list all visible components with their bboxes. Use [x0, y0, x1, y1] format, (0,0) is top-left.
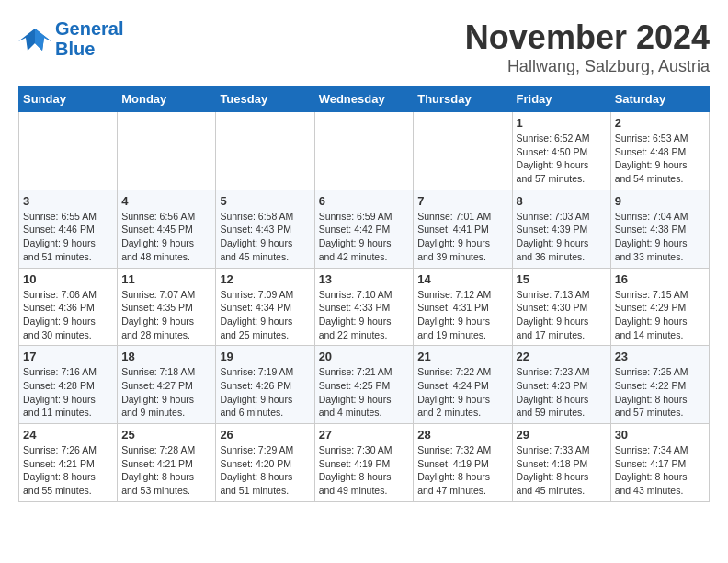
day-detail: Sunrise: 7:04 AM Sunset: 4:38 PM Dayligh…: [615, 210, 705, 264]
day-detail: Sunrise: 7:26 AM Sunset: 4:21 PM Dayligh…: [23, 443, 113, 498]
calendar-cell: 25Sunrise: 7:28 AM Sunset: 4:21 PM Dayli…: [118, 424, 216, 502]
logo-icon: [18, 25, 51, 52]
day-detail: Sunrise: 7:07 AM Sunset: 4:35 PM Dayligh…: [121, 288, 211, 342]
day-number: 26: [220, 428, 310, 442]
day-number: 10: [23, 272, 113, 286]
day-detail: Sunrise: 7:15 AM Sunset: 4:29 PM Dayligh…: [615, 288, 705, 342]
calendar-cell: 19Sunrise: 7:19 AM Sunset: 4:26 PM Dayli…: [216, 346, 314, 424]
logo-text: General Blue: [55, 18, 123, 59]
day-number: 20: [319, 350, 410, 363]
calendar-cell: 5Sunrise: 6:58 AM Sunset: 4:43 PM Daylig…: [216, 190, 314, 268]
day-number: 12: [220, 272, 310, 286]
calendar-cell: 2Sunrise: 6:53 AM Sunset: 4:48 PM Daylig…: [610, 112, 709, 190]
day-detail: Sunrise: 7:10 AM Sunset: 4:33 PM Dayligh…: [319, 288, 410, 342]
day-number: 23: [615, 350, 705, 363]
day-detail: Sunrise: 7:21 AM Sunset: 4:25 PM Dayligh…: [319, 365, 410, 419]
day-number: 11: [121, 272, 211, 286]
weekday-header-friday: Friday: [512, 86, 610, 112]
calendar-cell: 8Sunrise: 7:03 AM Sunset: 4:39 PM Daylig…: [512, 190, 610, 268]
logo: General Blue: [18, 18, 123, 59]
calendar-cell: 13Sunrise: 7:10 AM Sunset: 4:33 PM Dayli…: [314, 268, 414, 346]
calendar-week-2: 3Sunrise: 6:55 AM Sunset: 4:46 PM Daylig…: [19, 190, 710, 268]
day-detail: Sunrise: 7:01 AM Sunset: 4:41 PM Dayligh…: [417, 210, 507, 264]
calendar-cell: [414, 112, 512, 190]
day-detail: Sunrise: 6:59 AM Sunset: 4:42 PM Dayligh…: [319, 210, 410, 264]
calendar-week-1: 1Sunrise: 6:52 AM Sunset: 4:50 PM Daylig…: [19, 112, 710, 190]
day-detail: Sunrise: 7:16 AM Sunset: 4:28 PM Dayligh…: [23, 365, 113, 419]
day-number: 3: [23, 194, 113, 208]
day-number: 30: [615, 428, 705, 442]
calendar-cell: 16Sunrise: 7:15 AM Sunset: 4:29 PM Dayli…: [610, 268, 709, 346]
day-detail: Sunrise: 7:28 AM Sunset: 4:21 PM Dayligh…: [121, 443, 211, 498]
day-detail: Sunrise: 7:33 AM Sunset: 4:18 PM Dayligh…: [517, 443, 607, 498]
calendar-cell: 1Sunrise: 6:52 AM Sunset: 4:50 PM Daylig…: [512, 112, 610, 190]
title-area: November 2024 Hallwang, Salzburg, Austri…: [465, 18, 710, 76]
day-number: 17: [23, 350, 113, 363]
day-detail: Sunrise: 7:09 AM Sunset: 4:34 PM Dayligh…: [220, 288, 310, 342]
calendar-cell: 10Sunrise: 7:06 AM Sunset: 4:36 PM Dayli…: [19, 268, 118, 346]
day-number: 1: [517, 116, 607, 130]
calendar-cell: 28Sunrise: 7:32 AM Sunset: 4:19 PM Dayli…: [414, 424, 512, 502]
day-number: 5: [220, 194, 310, 208]
calendar-cell: 3Sunrise: 6:55 AM Sunset: 4:46 PM Daylig…: [19, 190, 118, 268]
calendar-week-5: 24Sunrise: 7:26 AM Sunset: 4:21 PM Dayli…: [19, 424, 710, 502]
day-detail: Sunrise: 6:58 AM Sunset: 4:43 PM Dayligh…: [220, 210, 310, 264]
day-detail: Sunrise: 7:06 AM Sunset: 4:36 PM Dayligh…: [23, 288, 113, 342]
day-detail: Sunrise: 7:18 AM Sunset: 4:27 PM Dayligh…: [121, 365, 211, 419]
calendar-cell: 21Sunrise: 7:22 AM Sunset: 4:24 PM Dayli…: [414, 346, 512, 424]
calendar-cell: [314, 112, 414, 190]
calendar-cell: 18Sunrise: 7:18 AM Sunset: 4:27 PM Dayli…: [118, 346, 216, 424]
weekday-header-wednesday: Wednesday: [314, 86, 414, 112]
weekday-header-sunday: Sunday: [19, 86, 118, 112]
weekday-header-monday: Monday: [118, 86, 216, 112]
calendar-cell: 4Sunrise: 6:56 AM Sunset: 4:45 PM Daylig…: [118, 190, 216, 268]
day-number: 16: [615, 272, 705, 286]
day-number: 28: [417, 428, 507, 442]
day-number: 14: [417, 272, 507, 286]
calendar-cell: 7Sunrise: 7:01 AM Sunset: 4:41 PM Daylig…: [414, 190, 512, 268]
calendar-cell: 26Sunrise: 7:29 AM Sunset: 4:20 PM Dayli…: [216, 424, 314, 502]
day-number: 9: [615, 194, 705, 208]
svg-marker-1: [35, 29, 51, 51]
calendar-cell: 20Sunrise: 7:21 AM Sunset: 4:25 PM Dayli…: [314, 346, 414, 424]
day-detail: Sunrise: 6:53 AM Sunset: 4:48 PM Dayligh…: [615, 132, 705, 186]
day-detail: Sunrise: 7:23 AM Sunset: 4:23 PM Dayligh…: [517, 365, 607, 419]
day-detail: Sunrise: 6:52 AM Sunset: 4:50 PM Dayligh…: [517, 132, 607, 186]
day-number: 29: [517, 428, 607, 442]
day-detail: Sunrise: 7:25 AM Sunset: 4:22 PM Dayligh…: [615, 365, 705, 419]
day-detail: Sunrise: 7:32 AM Sunset: 4:19 PM Dayligh…: [417, 443, 507, 498]
day-number: 22: [517, 350, 607, 363]
day-number: 24: [23, 428, 113, 442]
month-title: November 2024: [465, 18, 710, 57]
calendar-week-4: 17Sunrise: 7:16 AM Sunset: 4:28 PM Dayli…: [19, 346, 710, 424]
calendar-table: SundayMondayTuesdayWednesdayThursdayFrid…: [18, 86, 710, 502]
day-number: 19: [220, 350, 310, 363]
calendar-cell: 9Sunrise: 7:04 AM Sunset: 4:38 PM Daylig…: [610, 190, 709, 268]
day-detail: Sunrise: 7:12 AM Sunset: 4:31 PM Dayligh…: [417, 288, 507, 342]
weekday-header-saturday: Saturday: [610, 86, 709, 112]
day-detail: Sunrise: 6:56 AM Sunset: 4:45 PM Dayligh…: [121, 210, 211, 264]
calendar-cell: 24Sunrise: 7:26 AM Sunset: 4:21 PM Dayli…: [19, 424, 118, 502]
calendar-cell: 22Sunrise: 7:23 AM Sunset: 4:23 PM Dayli…: [512, 346, 610, 424]
day-detail: Sunrise: 7:34 AM Sunset: 4:17 PM Dayligh…: [615, 443, 705, 498]
calendar-body: 1Sunrise: 6:52 AM Sunset: 4:50 PM Daylig…: [19, 112, 710, 502]
day-number: 2: [615, 116, 705, 130]
calendar-cell: 23Sunrise: 7:25 AM Sunset: 4:22 PM Dayli…: [610, 346, 709, 424]
location-title: Hallwang, Salzburg, Austria: [465, 57, 710, 76]
day-detail: Sunrise: 7:29 AM Sunset: 4:20 PM Dayligh…: [220, 443, 310, 498]
weekday-header-tuesday: Tuesday: [216, 86, 314, 112]
day-detail: Sunrise: 7:30 AM Sunset: 4:19 PM Dayligh…: [319, 443, 410, 498]
calendar-cell: 27Sunrise: 7:30 AM Sunset: 4:19 PM Dayli…: [314, 424, 414, 502]
calendar-cell: 17Sunrise: 7:16 AM Sunset: 4:28 PM Dayli…: [19, 346, 118, 424]
day-number: 4: [121, 194, 211, 208]
day-detail: Sunrise: 7:19 AM Sunset: 4:26 PM Dayligh…: [220, 365, 310, 419]
day-detail: Sunrise: 7:22 AM Sunset: 4:24 PM Dayligh…: [417, 365, 507, 419]
calendar-cell: 29Sunrise: 7:33 AM Sunset: 4:18 PM Dayli…: [512, 424, 610, 502]
day-number: 27: [319, 428, 410, 442]
day-number: 21: [417, 350, 507, 363]
day-detail: Sunrise: 6:55 AM Sunset: 4:46 PM Dayligh…: [23, 210, 113, 264]
calendar-cell: 14Sunrise: 7:12 AM Sunset: 4:31 PM Dayli…: [414, 268, 512, 346]
day-number: 15: [517, 272, 607, 286]
weekday-header-thursday: Thursday: [414, 86, 512, 112]
calendar-cell: 12Sunrise: 7:09 AM Sunset: 4:34 PM Dayli…: [216, 268, 314, 346]
